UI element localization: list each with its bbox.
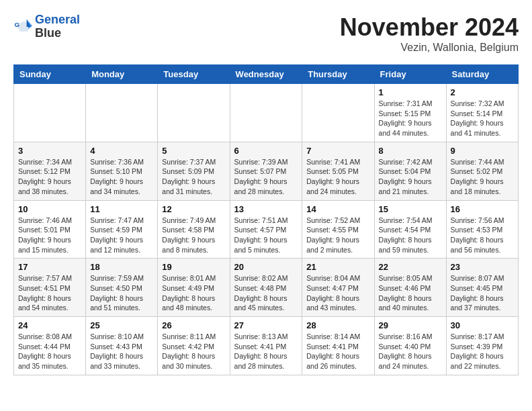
calendar-cell	[86, 84, 158, 142]
day-number: 5	[162, 146, 225, 156]
calendar-cell	[302, 84, 374, 142]
day-info: Sunrise: 7:36 AM Sunset: 5:10 PM Dayligh…	[90, 157, 153, 197]
day-info: Sunrise: 7:56 AM Sunset: 4:53 PM Dayligh…	[451, 216, 514, 255]
day-number: 15	[379, 204, 442, 214]
calendar-cell	[158, 84, 230, 142]
calendar-cell: 14Sunrise: 7:52 AM Sunset: 4:55 PM Dayli…	[302, 200, 374, 259]
calendar-cell: 21Sunrise: 8:04 AM Sunset: 4:47 PM Dayli…	[302, 259, 374, 317]
day-info: Sunrise: 7:32 AM Sunset: 5:14 PM Dayligh…	[451, 99, 514, 138]
day-info: Sunrise: 7:37 AM Sunset: 5:09 PM Dayligh…	[162, 157, 225, 197]
calendar-cell: 19Sunrise: 8:01 AM Sunset: 4:49 PM Dayli…	[158, 259, 230, 317]
calendar-cell: 9Sunrise: 7:44 AM Sunset: 5:02 PM Daylig…	[446, 142, 518, 200]
calendar-week-row: 3Sunrise: 7:34 AM Sunset: 5:12 PM Daylig…	[14, 142, 519, 200]
calendar-cell: 5Sunrise: 7:37 AM Sunset: 5:09 PM Daylig…	[158, 142, 230, 200]
calendar-cell: 17Sunrise: 7:57 AM Sunset: 4:51 PM Dayli…	[14, 259, 86, 317]
day-number: 13	[234, 204, 298, 214]
day-info: Sunrise: 8:13 AM Sunset: 4:41 PM Dayligh…	[234, 332, 298, 371]
calendar-day-header: Monday	[86, 65, 158, 84]
header: G General Blue November 2024 Vezin, Wall…	[13, 13, 519, 54]
calendar-cell: 3Sunrise: 7:34 AM Sunset: 5:12 PM Daylig…	[14, 142, 86, 200]
day-info: Sunrise: 8:10 AM Sunset: 4:43 PM Dayligh…	[90, 332, 153, 371]
calendar-day-header: Tuesday	[158, 65, 230, 84]
calendar-week-row: 24Sunrise: 8:08 AM Sunset: 4:44 PM Dayli…	[14, 317, 519, 375]
calendar-table: SundayMondayTuesdayWednesdayThursdayFrid…	[13, 64, 519, 375]
calendar-cell: 1Sunrise: 7:31 AM Sunset: 5:15 PM Daylig…	[374, 84, 446, 142]
day-info: Sunrise: 8:17 AM Sunset: 4:39 PM Dayligh…	[451, 332, 514, 371]
day-number: 8	[379, 146, 442, 156]
day-info: Sunrise: 7:57 AM Sunset: 4:51 PM Dayligh…	[18, 273, 81, 313]
day-info: Sunrise: 8:05 AM Sunset: 4:46 PM Dayligh…	[379, 273, 442, 313]
title-area: November 2024 Vezin, Wallonia, Belgium	[340, 13, 519, 54]
calendar-cell: 12Sunrise: 7:49 AM Sunset: 4:58 PM Dayli…	[158, 200, 230, 259]
day-number: 23	[451, 262, 514, 272]
day-info: Sunrise: 7:49 AM Sunset: 4:58 PM Dayligh…	[162, 216, 225, 255]
calendar-cell: 25Sunrise: 8:10 AM Sunset: 4:43 PM Dayli…	[86, 317, 158, 375]
day-info: Sunrise: 8:14 AM Sunset: 4:41 PM Dayligh…	[306, 332, 369, 371]
day-info: Sunrise: 7:34 AM Sunset: 5:12 PM Dayligh…	[18, 157, 81, 197]
day-number: 27	[234, 320, 298, 330]
calendar-cell	[14, 84, 86, 142]
calendar-cell: 28Sunrise: 8:14 AM Sunset: 4:41 PM Dayli…	[302, 317, 374, 375]
day-info: Sunrise: 7:31 AM Sunset: 5:15 PM Dayligh…	[379, 99, 442, 138]
calendar-day-header: Sunday	[14, 65, 86, 84]
day-number: 21	[306, 262, 369, 272]
calendar-cell: 18Sunrise: 7:59 AM Sunset: 4:50 PM Dayli…	[86, 259, 158, 317]
calendar-cell: 22Sunrise: 8:05 AM Sunset: 4:46 PM Dayli…	[374, 259, 446, 317]
day-number: 24	[18, 320, 81, 330]
calendar-day-header: Wednesday	[230, 65, 302, 84]
calendar-cell: 29Sunrise: 8:16 AM Sunset: 4:40 PM Dayli…	[374, 317, 446, 375]
calendar-day-header: Saturday	[446, 65, 518, 84]
calendar-cell: 2Sunrise: 7:32 AM Sunset: 5:14 PM Daylig…	[446, 84, 518, 142]
day-info: Sunrise: 7:54 AM Sunset: 4:54 PM Dayligh…	[379, 216, 442, 255]
day-number: 9	[451, 146, 514, 156]
day-number: 1	[379, 87, 442, 97]
calendar-cell: 13Sunrise: 7:51 AM Sunset: 4:57 PM Dayli…	[230, 200, 302, 259]
day-number: 28	[306, 320, 369, 330]
day-info: Sunrise: 7:39 AM Sunset: 5:07 PM Dayligh…	[234, 157, 298, 197]
day-number: 3	[18, 146, 81, 156]
calendar-week-row: 10Sunrise: 7:46 AM Sunset: 5:01 PM Dayli…	[14, 200, 519, 259]
logo: G General Blue	[13, 13, 80, 40]
calendar-day-header: Thursday	[302, 65, 374, 84]
logo-icon: G	[13, 17, 32, 36]
day-info: Sunrise: 8:08 AM Sunset: 4:44 PM Dayligh…	[18, 332, 81, 371]
calendar-cell: 24Sunrise: 8:08 AM Sunset: 4:44 PM Dayli…	[14, 317, 86, 375]
calendar-cell: 30Sunrise: 8:17 AM Sunset: 4:39 PM Dayli…	[446, 317, 518, 375]
calendar-cell: 16Sunrise: 7:56 AM Sunset: 4:53 PM Dayli…	[446, 200, 518, 259]
calendar-cell: 26Sunrise: 8:11 AM Sunset: 4:42 PM Dayli…	[158, 317, 230, 375]
day-info: Sunrise: 8:16 AM Sunset: 4:40 PM Dayligh…	[379, 332, 442, 371]
day-info: Sunrise: 7:44 AM Sunset: 5:02 PM Dayligh…	[451, 157, 514, 197]
calendar-cell: 7Sunrise: 7:41 AM Sunset: 5:05 PM Daylig…	[302, 142, 374, 200]
calendar-cell: 20Sunrise: 8:02 AM Sunset: 4:48 PM Dayli…	[230, 259, 302, 317]
month-title: November 2024	[340, 13, 519, 42]
day-number: 20	[234, 262, 298, 272]
day-number: 2	[451, 87, 514, 97]
day-number: 12	[162, 204, 225, 214]
day-number: 26	[162, 320, 225, 330]
calendar-cell: 23Sunrise: 8:07 AM Sunset: 4:45 PM Dayli…	[446, 259, 518, 317]
day-info: Sunrise: 8:02 AM Sunset: 4:48 PM Dayligh…	[234, 273, 298, 313]
calendar-cell: 8Sunrise: 7:42 AM Sunset: 5:04 PM Daylig…	[374, 142, 446, 200]
day-number: 30	[451, 320, 514, 330]
day-number: 16	[451, 204, 514, 214]
day-number: 25	[90, 320, 153, 330]
day-info: Sunrise: 8:04 AM Sunset: 4:47 PM Dayligh…	[306, 273, 369, 313]
day-number: 19	[162, 262, 225, 272]
logo-text: General Blue	[35, 13, 80, 40]
day-info: Sunrise: 7:46 AM Sunset: 5:01 PM Dayligh…	[18, 216, 81, 255]
calendar-cell	[230, 84, 302, 142]
day-info: Sunrise: 7:52 AM Sunset: 4:55 PM Dayligh…	[306, 216, 369, 255]
day-number: 18	[90, 262, 153, 272]
day-number: 4	[90, 146, 153, 156]
calendar-cell: 11Sunrise: 7:47 AM Sunset: 4:59 PM Dayli…	[86, 200, 158, 259]
day-number: 10	[18, 204, 81, 214]
calendar-day-header: Friday	[374, 65, 446, 84]
day-info: Sunrise: 7:59 AM Sunset: 4:50 PM Dayligh…	[90, 273, 153, 313]
day-number: 6	[234, 146, 298, 156]
day-info: Sunrise: 8:01 AM Sunset: 4:49 PM Dayligh…	[162, 273, 225, 313]
day-info: Sunrise: 7:47 AM Sunset: 4:59 PM Dayligh…	[90, 216, 153, 255]
calendar-cell: 4Sunrise: 7:36 AM Sunset: 5:10 PM Daylig…	[86, 142, 158, 200]
calendar-week-row: 17Sunrise: 7:57 AM Sunset: 4:51 PM Dayli…	[14, 259, 519, 317]
day-number: 14	[306, 204, 369, 214]
day-number: 7	[306, 146, 369, 156]
